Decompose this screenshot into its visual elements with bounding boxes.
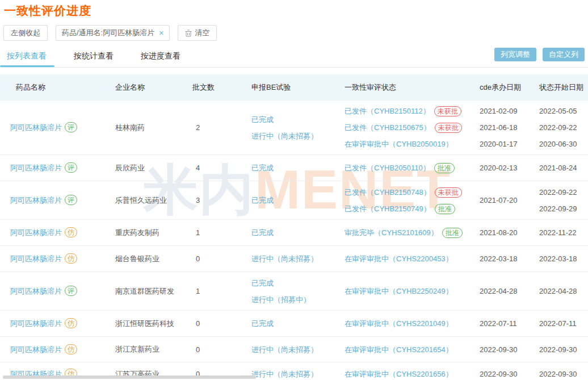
cde-date: 2022-09-30 — [480, 341, 534, 358]
company-name: 桂林南药 — [105, 123, 187, 133]
approval-count: 3 — [187, 196, 241, 204]
start-date: 2022-05-05 — [539, 103, 588, 119]
be-trial-cell: 已完成进行中（招募中） — [241, 275, 335, 308]
table-row: 阿司匹林肠溶片评 乐普恒久远药业 3 已完成 已发件（CYHB2150748）未… — [0, 181, 588, 220]
review-status-link[interactable]: 已发件（CYHB2150675） — [345, 123, 431, 132]
review-status-link[interactable]: 在审评审批中（CYHS2201049） — [345, 319, 453, 328]
table-row: 阿司匹林肠溶片评 辰欣药业 4 已完成 已发件（CYHB2050110）批准 2… — [0, 155, 588, 181]
start-date: 2021-08-24 — [539, 160, 588, 176]
tab-list-view[interactable]: 按列表查看 — [3, 50, 50, 67]
be-trial-cell: 已完成进行中（尚未招募） — [241, 111, 335, 144]
drug-type-badge: 评 — [65, 122, 77, 132]
cde-date: 2021-08-20 — [480, 224, 534, 241]
consistency-evaluation-page: 一致性评价进度 左侧收起 药品/通用名:阿司匹林肠溶片 × 清空 按列表查看 按… — [0, 0, 588, 380]
drug-name-link[interactable]: 阿司匹林肠溶片 — [10, 345, 62, 354]
horizontal-scrollbar[interactable] — [3, 375, 256, 379]
drug-name-link[interactable]: 阿司匹林肠溶片 — [10, 254, 62, 263]
clear-filters-button[interactable]: 清空 — [178, 25, 217, 41]
review-status-link[interactable]: 在审评审批中（CYHB2050019） — [345, 140, 453, 148]
review-status-link[interactable]: 已发件（CYHB2150748） — [345, 188, 431, 197]
table-row: 阿司匹林肠溶片评 南京道群医药研发 1 已完成进行中（招募中） 在审评审批中（C… — [0, 272, 588, 311]
custom-columns-button[interactable]: 自定义列 — [543, 48, 585, 61]
review-status-line: 在审评审批中（CYHS2201049） — [345, 315, 471, 332]
drug-type-badge: 仿 — [65, 318, 77, 328]
review-status-link[interactable]: 在审评审批中（CYHS2201656） — [345, 370, 453, 378]
company-name: 烟台鲁银药业 — [105, 254, 187, 264]
cde-date: 2021-02-09 — [480, 103, 534, 119]
approval-result-tag: 未获批 — [435, 123, 462, 133]
start-date-cell: 2022-05-052022-09-222020-06-30 — [534, 103, 588, 152]
start-date-cell: 2022-09-222022-09-29 — [534, 184, 588, 217]
drug-name-link[interactable]: 阿司匹林肠溶片 — [10, 123, 62, 132]
table-row: 阿司匹林肠溶片仿 烟台鲁银药业 0 进行中（尚未招募） 在审评审批中（CYHS2… — [0, 246, 588, 272]
be-trial-status: 已完成 — [251, 275, 335, 291]
review-status-line: 在审评审批中（CYHS2201656） — [345, 366, 471, 380]
start-date: 2022-11-22 — [539, 224, 588, 241]
be-trial-status: 已完成 — [251, 192, 335, 208]
collapse-sidebar-button[interactable]: 左侧收起 — [3, 25, 48, 41]
cde-date-cell: 2022-04-28 — [471, 283, 534, 299]
review-status-line: 已发件（CYHB2150675）未获批 — [345, 119, 471, 136]
status-cell: 在审评审批中（CYHS2200453） — [335, 250, 471, 267]
approval-count: 1 — [187, 287, 241, 295]
start-date-cell: 2021-08-24 — [534, 160, 588, 176]
company-name: 南京道群医药研发 — [105, 286, 187, 297]
filter-chip-label: 药品/通用名:阿司匹林肠溶片 — [62, 28, 154, 38]
table-row: 阿司匹林肠溶片仿 浙江京新药业 0 进行中（尚未招募） 在审评审批中（CYHS2… — [0, 337, 588, 362]
header-cde-date: cde承办日期 — [471, 82, 534, 93]
review-status-line: 已发件（CYHB2150748）未获批 — [345, 184, 471, 201]
status-cell: 在审评审批中（CYHS2201654） — [335, 341, 471, 358]
be-trial-status: 进行中（招募中） — [251, 291, 335, 308]
start-date: 2022-07-11 — [539, 315, 588, 332]
cde-date: 2022-03-18 — [480, 250, 534, 267]
status-cell: 已发件（CYHB2050110）批准 — [335, 160, 471, 176]
review-status-link[interactable]: 已发件（CYHB2050110） — [345, 164, 430, 172]
start-date: 2022-09-22 — [539, 119, 588, 136]
filter-chip: 药品/通用名:阿司匹林肠溶片 × — [56, 25, 170, 41]
review-status-link[interactable]: 在审评审批中（CYHS2200453） — [345, 254, 453, 263]
review-status-link[interactable]: 审批完毕（CYHS2101609） — [345, 228, 438, 237]
be-trial-status: 进行中（尚未招募） — [251, 128, 335, 144]
evaluation-table: 药品名称 企业名称 批文数 申报BE试验 一致性审评状态 cde承办日期 状态开… — [0, 74, 588, 380]
be-trial-status: 已完成 — [251, 111, 335, 128]
cde-date: 2021-06-18 — [480, 119, 534, 136]
table-row: 阿司匹林肠溶片仿 浙江恒研医药科技 0 已完成 在审评审批中（CYHS22010… — [0, 311, 588, 337]
clear-button-label: 清空 — [195, 28, 209, 38]
review-status-link[interactable]: 已发件（CYHB2150112） — [345, 107, 430, 115]
start-date-cell: 2022-09-30 — [534, 341, 588, 358]
approval-result-tag: 批准 — [434, 163, 455, 173]
drug-type-badge: 仿 — [65, 344, 77, 354]
header-drug-name: 药品名称 — [0, 82, 105, 93]
tab-progress-view[interactable]: 按进度查看 — [137, 50, 184, 67]
review-status-link[interactable]: 已发件（CYHB2150749） — [345, 204, 431, 213]
review-status-line: 已发件（CYHB2050110）批准 — [345, 160, 471, 176]
review-status-link[interactable]: 在审评审批中（CYHB2250249） — [345, 287, 453, 295]
status-cell: 审批完毕（CYHS2101609）批准 — [335, 224, 471, 241]
start-date: 2022-04-28 — [539, 283, 588, 299]
drug-name-link[interactable]: 阿司匹林肠溶片 — [10, 228, 62, 237]
start-date-cell: 2022-11-22 — [534, 224, 588, 241]
cde-date: 2020-01-17 — [480, 136, 534, 152]
drug-type-badge: 评 — [65, 195, 77, 205]
drug-type-badge: 评 — [65, 286, 77, 296]
drug-name-link[interactable]: 阿司匹林肠溶片 — [10, 196, 62, 204]
drug-name-link[interactable]: 阿司匹林肠溶片 — [10, 319, 62, 328]
be-trial-status: 进行中（尚未招募） — [251, 341, 335, 358]
close-icon[interactable]: × — [159, 28, 163, 37]
start-date: 2022-09-30 — [539, 366, 588, 380]
column-width-button[interactable]: 列宽调整 — [494, 48, 536, 61]
approval-count: 0 — [187, 345, 241, 354]
drug-cell: 阿司匹林肠溶片评 — [0, 122, 105, 133]
review-status-line: 已发件（CYHB2150112）未获批 — [345, 103, 471, 119]
review-status-line: 在审评审批中（CYHS2200453） — [345, 250, 471, 267]
review-status-line: 审批完毕（CYHS2101609）批准 — [345, 224, 471, 241]
tab-statistics-view[interactable]: 按统计查看 — [70, 50, 117, 67]
review-status-link[interactable]: 在审评审批中（CYHS2201654） — [345, 345, 453, 354]
drug-name-link[interactable]: 阿司匹林肠溶片 — [10, 287, 62, 295]
cde-date: 2022-04-28 — [480, 283, 534, 299]
drug-name-link[interactable]: 阿司匹林肠溶片 — [10, 164, 62, 172]
review-status-line: 已发件（CYHB2150749）批准 — [345, 201, 471, 217]
approval-count: 4 — [187, 164, 241, 172]
drug-cell: 阿司匹林肠溶片仿 — [0, 344, 105, 355]
be-trial-cell: 已完成 — [241, 315, 335, 332]
